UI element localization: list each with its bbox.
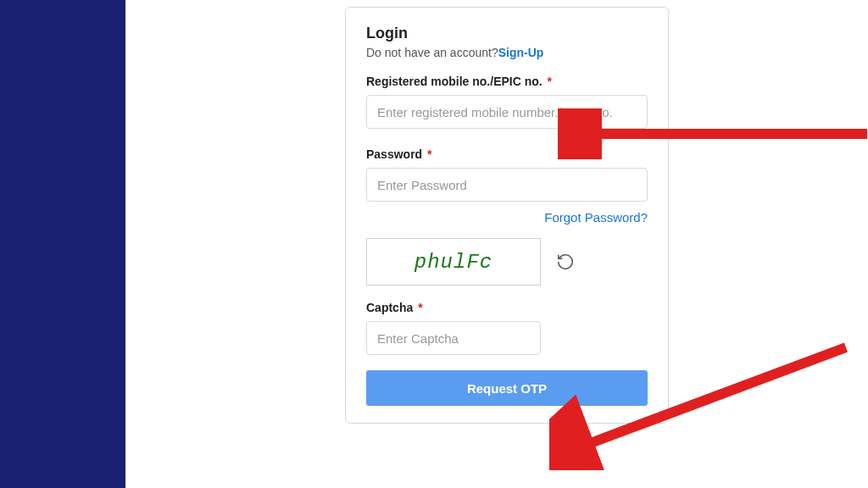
signup-prompt: Do not have an account? [366, 46, 498, 59]
password-label: Password * [366, 147, 648, 161]
mobile-label-text: Registered mobile no./EPIC no. [366, 75, 542, 88]
captcha-label-text: Captcha [366, 301, 413, 314]
password-input[interactable] [366, 168, 648, 202]
signup-row: Do not have an account?Sign-Up [366, 46, 648, 59]
captcha-text: phulFc [415, 251, 492, 274]
captcha-label: Captcha * [366, 301, 648, 314]
mobile-input[interactable] [366, 95, 648, 129]
captcha-input[interactable] [366, 321, 541, 355]
left-sidebar [0, 0, 125, 488]
refresh-captcha-icon[interactable] [556, 252, 575, 271]
captcha-row: phulFc [366, 238, 648, 286]
forgot-password-link[interactable]: Forgot Password? [366, 210, 648, 225]
login-card: Login Do not have an account?Sign-Up Reg… [345, 7, 669, 424]
mobile-field-block: Registered mobile no./EPIC no. * [366, 75, 648, 134]
required-star-icon: * [548, 75, 552, 88]
signup-link[interactable]: Sign-Up [498, 46, 544, 59]
password-label-text: Password [366, 147, 422, 161]
login-title: Login [366, 25, 648, 42]
password-field-block: Password * [366, 147, 648, 207]
captcha-field-block: Captcha * [366, 301, 648, 370]
required-star-icon: * [418, 301, 422, 314]
required-star-icon: * [427, 147, 431, 161]
request-otp-button[interactable]: Request OTP [366, 370, 648, 406]
mobile-label: Registered mobile no./EPIC no. * [366, 75, 648, 88]
captcha-image: phulFc [366, 238, 541, 286]
